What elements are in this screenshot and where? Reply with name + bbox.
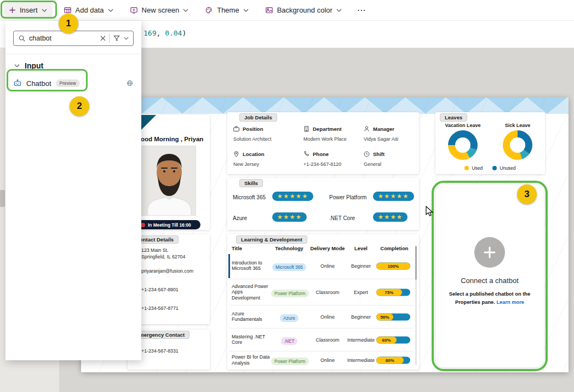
donut-title: Sick Leave: [492, 123, 543, 128]
chevron-down-icon: [336, 9, 342, 12]
phone-icon: [303, 151, 310, 158]
table-row[interactable]: Introduction to Microsoft 365 Microsoft …: [229, 253, 414, 279]
banner-pattern: [81, 97, 569, 114]
card-header: Skills: [239, 179, 263, 187]
step-badge-3: 3: [517, 185, 537, 204]
donut-hole: [455, 137, 470, 153]
card-header: Leaves: [440, 113, 467, 122]
chatbot-card-title: Connect a chatbot: [461, 276, 519, 285]
azure-rating: ★★★★: [272, 212, 307, 222]
donut-title: Vacation Leave: [437, 123, 489, 128]
completion-progress: 80%: [376, 357, 410, 364]
location-pin-icon: [233, 151, 240, 158]
meeting-dot: [141, 223, 145, 227]
completion-progress: 100%: [376, 262, 410, 269]
completion-progress: 75%: [376, 289, 410, 296]
screen-plus-icon: [130, 6, 138, 14]
table-icon: [64, 6, 72, 14]
leaves-card[interactable]: Leaves Vacation Leave Sick Leave Used Un…: [435, 112, 545, 174]
clock-icon: [363, 151, 370, 158]
chevron-down-icon: [42, 9, 47, 12]
card-header: Job Details: [239, 113, 277, 122]
donut-hole: [510, 137, 525, 153]
table-scrollbar[interactable]: [415, 246, 417, 365]
input-section-header[interactable]: Input: [5, 54, 141, 70]
chevron-down-icon: [183, 9, 188, 12]
chevron-down-icon: [14, 64, 20, 67]
table-row[interactable]: Mastering .NET Core .NET Classroom Inter…: [229, 328, 414, 351]
tech-badge: .NET: [281, 337, 298, 345]
greeting-text: Good Morning , Priyan: [136, 136, 208, 142]
chatbot-helper-text: Select a published chatbot on the Proper…: [441, 290, 538, 307]
insert-pane: Input Chatbot Preview: [5, 21, 141, 360]
filter-icon[interactable]: [113, 34, 120, 42]
skills-card[interactable]: Skills Microsoft 365 ★★★★★ Power Platfor…: [227, 178, 419, 230]
learning-card[interactable]: Learning & Development Title Technology …: [227, 234, 419, 370]
insert-menu-button[interactable]: Insert: [3, 2, 53, 19]
chatbot-insert-item[interactable]: Chatbot Preview: [5, 75, 141, 91]
microsoft365-rating: ★★★★★: [272, 192, 313, 201]
new-screen-label: New screen: [142, 6, 180, 14]
dotnet-rating: ★★★★: [373, 212, 407, 222]
profile-photo: [141, 146, 196, 216]
tech-badge: Microsoft 365: [272, 263, 306, 271]
completion-progress: 50%: [376, 313, 410, 320]
formula-text: 169, 0.04): [144, 29, 186, 37]
table-row[interactable]: Azure Fundamentals Azure Online Beginner…: [229, 305, 414, 328]
status-text: In Meeting Till 16:00: [148, 222, 191, 228]
building-icon: [303, 125, 310, 132]
command-bar: Insert Add data New screen: [0, 0, 574, 21]
palette-icon: [205, 6, 213, 14]
card-header: Learning & Development: [236, 235, 307, 244]
add-data-label: Add data: [76, 6, 104, 14]
chevron-down-icon: [108, 9, 113, 12]
completion-progress: 60%: [376, 336, 410, 343]
insert-label: Insert: [20, 6, 38, 14]
job-details-card[interactable]: Job Details Position Solution Architect …: [227, 112, 419, 174]
pane-collapse-handle[interactable]: [0, 190, 5, 207]
chevron-down-icon: [243, 9, 249, 12]
filter-chevron-icon[interactable]: [124, 37, 129, 40]
preview-badge: Preview: [56, 79, 80, 87]
chatbot-placeholder-highlight: Connect a chatbot Select a published cha…: [432, 181, 548, 371]
power-apps-studio: Insert Add data New screen: [0, 0, 574, 392]
sick-leave-donut: [503, 130, 532, 160]
new-screen-button[interactable]: New screen: [124, 3, 194, 18]
chatbot-placeholder-card[interactable]: Connect a chatbot Select a published cha…: [435, 185, 544, 367]
clear-search-icon[interactable]: [100, 36, 106, 41]
briefcase-icon: [233, 125, 240, 132]
search-box[interactable]: [13, 31, 134, 46]
leaves-legend: Used Unused: [435, 165, 545, 171]
status-pill: In Meeting Till 16:00: [137, 220, 200, 229]
tech-badge: Power Platform: [271, 358, 309, 365]
theme-button[interactable]: Theme: [199, 3, 254, 18]
step-badge-2: 2: [70, 96, 89, 116]
search-icon: [18, 34, 26, 42]
chatbot-icon: [13, 79, 22, 88]
scrollbar-thumb[interactable]: [415, 246, 417, 280]
table-row[interactable]: Advanced Power Apps Development Power Pl…: [229, 279, 414, 305]
globe-icon: [126, 79, 134, 87]
person-icon: [363, 125, 370, 132]
used-dot: [464, 166, 469, 170]
background-color-button[interactable]: Background color: [260, 3, 347, 18]
divider: [109, 33, 110, 43]
power-platform-rating: ★★★★★: [373, 192, 414, 201]
tech-badge: Power Platform: [271, 290, 309, 297]
tech-badge: Azure: [280, 314, 299, 322]
background-color-label: Background color: [277, 6, 332, 14]
more-commands-button[interactable]: ⋯: [353, 2, 371, 19]
app-screen[interactable]: Good Morning , Priyan: [81, 97, 569, 372]
learn-more-link[interactable]: Learn more: [496, 299, 524, 305]
vacation-leave-donut: [448, 130, 478, 160]
add-chatbot-icon: [474, 237, 505, 268]
table-row[interactable]: Power BI for Data Analysis Power Platfor…: [229, 351, 414, 369]
theme-label: Theme: [217, 6, 239, 14]
image-icon: [265, 6, 273, 14]
step-badge-1: 1: [59, 14, 78, 33]
plus-icon: [9, 7, 16, 14]
search-input[interactable]: [29, 34, 97, 42]
unused-dot: [492, 166, 497, 170]
